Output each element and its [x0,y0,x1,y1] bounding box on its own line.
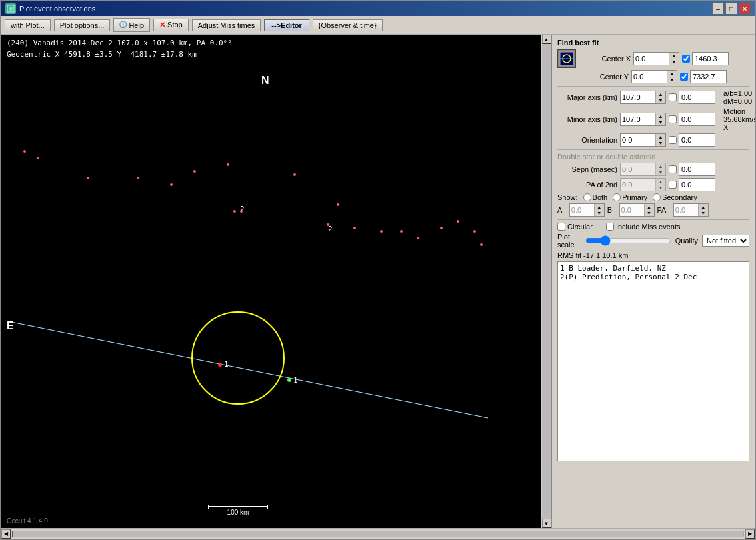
show-primary-radio[interactable] [613,193,621,201]
result-line-2: 2(P) Prediction, Personal 2 Dec [560,273,747,281]
minor-axis-checkbox[interactable] [669,115,677,123]
major-axis-field[interactable] [621,91,655,103]
stop-icon: ✕ [159,21,165,29]
svg-point-1 [9,7,13,11]
sepn-checkbox[interactable] [669,165,677,173]
orientation-checkbox[interactable] [669,136,677,144]
center-y-field[interactable] [632,71,667,83]
pa-input[interactable]: ▲ ▼ [673,203,709,217]
minor-axis-up[interactable]: ▲ [656,113,665,119]
help-button[interactable]: ⓘ Help [113,18,150,32]
orientation-up[interactable]: ▲ [656,134,665,140]
scroll-left-btn[interactable]: ◀ [1,529,11,539]
observer-time-button[interactable]: {Observer & time} [313,19,383,31]
center-y-input[interactable]: ▲ ▼ [631,70,677,83]
sepn-label: Sepn (masec) [557,165,617,173]
hscroll-track[interactable] [12,531,744,537]
with-plot-button[interactable]: with Plot... [5,19,51,31]
major-axis-down[interactable]: ▼ [656,97,665,103]
minor-axis-down[interactable]: ▼ [656,119,665,125]
a-up[interactable]: ▲ [595,204,604,210]
center-y-up[interactable]: ▲ [667,71,677,77]
pa-2nd-up[interactable]: ▲ [656,179,665,185]
help-icon: ⓘ [119,20,127,30]
pa-2nd-input[interactable]: ▲ ▼ [620,178,666,191]
show-primary-label: Primary [613,193,647,201]
center-y-check-group: 7332.7 [680,70,727,83]
sepn-up[interactable]: ▲ [656,163,665,169]
minimize-button[interactable]: – [712,3,724,15]
center-x-up[interactable]: ▲ [669,53,679,59]
quality-label: Quality [675,237,698,245]
show-secondary-radio[interactable] [653,193,661,201]
stop-button[interactable]: ✕ Stop [153,19,189,31]
sepn-input[interactable]: ▲ ▼ [620,163,666,176]
major-axis-up[interactable]: ▲ [656,91,665,97]
center-x-input[interactable]: ▲ ▼ [633,52,679,65]
orientation-input[interactable]: ▲ ▼ [620,133,666,147]
b-field[interactable] [620,204,644,216]
major-axis-input[interactable]: ▲ ▼ [620,91,666,104]
sepn-result: 0.0 [679,163,715,176]
a-down[interactable]: ▼ [595,210,604,216]
center-x-label: Center X [581,55,631,63]
delta-m: dM=0.00 [723,97,752,105]
adjust-miss-button[interactable]: Adjust Miss times [192,19,261,31]
b-down[interactable]: ▼ [645,210,654,216]
show-both-radio[interactable] [583,193,591,201]
pa-2nd-row: PA of 2nd ▲ ▼ 0.0 [557,178,749,191]
scroll-down-btn[interactable]: ▼ [542,519,551,528]
major-axis-check-group: 0.0 [669,91,715,104]
minor-axis-spinner: ▲ ▼ [655,113,665,125]
orientation-result: 0.0 [679,133,715,147]
orientation-field[interactable] [621,134,655,146]
b-input[interactable]: ▲ ▼ [619,203,655,217]
include-miss-label: Include Miss events [616,223,681,231]
plot-icon [557,49,576,68]
include-miss-group: Include Miss events [606,223,681,231]
circular-checkbox[interactable] [557,223,565,231]
scroll-up-btn[interactable]: ▲ [542,35,551,44]
center-x-row: Center X ▲ ▼ 1460.3 [557,49,749,68]
sepn-field[interactable] [621,163,655,175]
pa-2nd-spinner: ▲ ▼ [655,179,665,191]
sepn-down[interactable]: ▼ [656,169,665,175]
center-y-label: Center Y [579,73,629,81]
titlebar-left: Plot event observations [5,3,95,14]
a-input[interactable]: ▲ ▼ [569,203,605,217]
plot-scale-slider[interactable] [585,236,671,245]
orientation-down[interactable]: ▼ [656,140,665,146]
center-y-down[interactable]: ▼ [667,77,677,83]
north-label: N [261,75,269,87]
center-x-checkbox[interactable] [682,55,690,63]
pa-field[interactable] [674,204,698,216]
center-y-checkbox[interactable] [680,73,688,81]
bottom-scrollbar[interactable]: ◀ ▶ [1,528,755,539]
pa-2nd-field[interactable] [621,179,655,191]
editor-button[interactable]: -->Editor [264,19,309,31]
quality-select[interactable]: Not fitted [702,235,749,247]
results-box: 1 B Loader, Darfield, NZ 2(P) Prediction… [557,261,749,461]
pa-down[interactable]: ▼ [699,210,708,216]
minor-axis-label: Minor axis (km) [557,115,617,123]
plot-vscrollbar[interactable]: ▲ ▼ [541,35,551,528]
app-icon [5,3,16,14]
center-x-down[interactable]: ▼ [669,59,679,65]
include-miss-checkbox[interactable] [606,223,614,231]
orientation-label: Orientation [557,136,617,144]
pa-up[interactable]: ▲ [699,204,708,210]
rms-fit: RMS fit -17.1 ±0.1 km [557,251,749,259]
scroll-right-btn[interactable]: ▶ [745,529,755,539]
maximize-button[interactable]: □ [725,3,737,15]
b-up[interactable]: ▲ [645,204,654,210]
close-button[interactable]: ✕ [739,3,751,15]
minor-axis-field[interactable] [621,113,655,125]
minor-axis-input[interactable]: ▲ ▼ [620,113,666,126]
major-axis-checkbox[interactable] [669,93,677,101]
pa-2nd-down[interactable]: ▼ [656,185,665,191]
pa-2nd-checkbox[interactable] [669,181,677,189]
titlebar: Plot event observations – □ ✕ [1,1,755,16]
plot-options-button[interactable]: Plot options... [54,19,111,31]
center-x-field[interactable] [634,53,669,65]
a-field[interactable] [570,204,594,216]
